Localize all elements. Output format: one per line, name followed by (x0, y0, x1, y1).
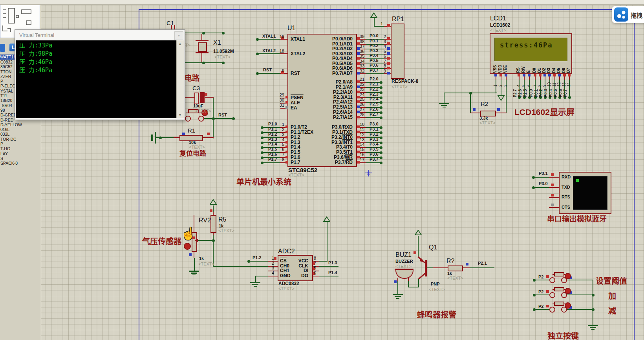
r5-text-placeholder: <TEXT> (218, 228, 234, 233)
pin-state-indicator (285, 96, 288, 98)
sidebar-item[interactable]: LAY (0, 151, 40, 156)
pot-decrease-button[interactable] (184, 243, 191, 250)
rp1-part: RESPACK-8 (392, 78, 418, 84)
junction-dot (380, 151, 382, 154)
u1-ctrl-pin-number: 30 (271, 98, 284, 103)
netdisk-drag-overlay[interactable]: 拖拽 (612, 6, 644, 23)
wire (408, 287, 419, 287)
push-button-1[interactable] (554, 272, 564, 276)
adc2-left-pin-number: 4 (265, 271, 274, 276)
pin-state-indicator (394, 280, 397, 283)
junction-dot (232, 117, 235, 120)
wire (534, 309, 551, 310)
pin-state-indicator (357, 151, 360, 153)
pin-state-indicator (534, 74, 536, 76)
lcd-pin-name: RW (521, 60, 527, 73)
buz1-part: BUZZER (395, 259, 413, 264)
pin-state-indicator (413, 251, 416, 254)
terminal-title[interactable]: Virtual Terminal (15, 30, 185, 40)
push-button-3[interactable] (554, 302, 564, 306)
u1-p2-pin-name: P2.2/A10 (298, 90, 353, 95)
pin-state-indicator (505, 74, 507, 76)
pin-state-indicator (387, 72, 390, 75)
wire (566, 295, 593, 295)
ground-symbol (192, 275, 196, 275)
sidebar-item[interactable]: TOR-DC (0, 137, 40, 142)
pin-lead (470, 113, 480, 113)
scroll-down-icon[interactable]: ▼ (177, 112, 183, 117)
terminal-menu-button[interactable]: ▾ (174, 31, 183, 40)
junction-dot (247, 260, 250, 263)
ground-symbol (395, 296, 401, 297)
rp1-ref: RP1 (392, 16, 404, 23)
crystal-x1-body[interactable] (198, 42, 207, 52)
lcd-pin-name: VEE (503, 60, 509, 73)
adc2-right-pin-number: 7 (314, 261, 316, 266)
junction-dot (380, 136, 382, 139)
net-label-p0: P0.1 (370, 38, 379, 44)
net-label-xtal1: XTAL1 (262, 34, 276, 38)
pin-lead (549, 207, 559, 208)
junction-dot (256, 72, 259, 75)
pin-lead (201, 34, 202, 40)
ground-symbol (441, 105, 447, 106)
power-arrow-icon (210, 199, 217, 205)
toolbar-icon-partial[interactable] (0, 44, 5, 52)
lcd-pin-name: VSS (493, 60, 498, 73)
key3-actuator[interactable] (565, 302, 571, 309)
u1-p0-pin-number: 32 (360, 69, 364, 74)
resistor-rq-body[interactable] (448, 265, 463, 271)
virtual-terminal-window[interactable]: Virtual Terminal ▾ 压 力:33Pa压 力:98Pa压 力:4… (15, 29, 185, 120)
resistor-r5-body[interactable] (210, 215, 216, 233)
buz1-ref: BUZ1 (395, 251, 412, 258)
u1-p3-pin-number: 10 (360, 122, 364, 127)
rp1-text-placeholder: <TEXT> (392, 84, 408, 89)
pin-state-indicator (357, 47, 360, 50)
power-arrow-icon (370, 13, 377, 18)
pin-state-indicator (357, 72, 360, 75)
wire (319, 266, 338, 267)
pin-state-indicator (274, 257, 276, 260)
terminal-scrollbar[interactable]: ▲ ▼ (176, 40, 184, 118)
respack-rp1-body[interactable] (391, 24, 404, 79)
net-label-lcd: P2.7 (513, 81, 518, 97)
sidebar-item[interactable]: D-YELLOW (0, 122, 40, 127)
x1-plate-bottom (196, 52, 209, 53)
junction-dot (380, 131, 382, 134)
netdisk-icon[interactable] (614, 7, 628, 22)
pin-state-indicator (357, 85, 360, 88)
r1-value: 10k (189, 140, 196, 145)
reset-button-terminal-left (185, 116, 191, 122)
wire (418, 236, 419, 257)
rp1-pin-number: 2 (379, 34, 386, 39)
wire (160, 137, 174, 138)
ground-symbol (396, 298, 399, 299)
sidebar-item[interactable]: 032L (0, 132, 40, 136)
rp1-pin-number: 4 (379, 44, 386, 49)
net-label-p0: P0.2 (370, 43, 379, 48)
buz1-text-placeholder: <TEXT> (395, 264, 412, 269)
sidebar-item[interactable]: S (0, 156, 40, 161)
pin-state-indicator (357, 116, 360, 118)
u1-p0-pin-number: 35 (360, 54, 364, 59)
terminal-screen: 压 力:33Pa压 力:98Pa压 力:46Pa压 力:46Pa (16, 40, 176, 118)
ground-symbol (252, 284, 258, 285)
pin-state-indicator (285, 161, 288, 164)
u1-p0-pin-number: 33 (360, 64, 364, 69)
push-button-2[interactable] (554, 287, 564, 291)
sidebar-item[interactable]: T-HG (0, 146, 40, 151)
wire (213, 266, 269, 267)
junction-dot (380, 111, 382, 114)
sidebar-item[interactable]: SPACK-8 (0, 161, 40, 165)
sidebar-item[interactable]: 016L (0, 127, 40, 132)
adc2-right-pin-number: 6 (314, 271, 316, 276)
net-label-p2: P2.2 (370, 87, 379, 92)
sidebar-item[interactable]: P (0, 142, 40, 146)
junction-dot (532, 176, 535, 179)
key2-actuator[interactable] (565, 288, 571, 294)
key1-actuator[interactable] (565, 273, 571, 279)
u1-p0-pin-name: P0.7/AD7 (298, 71, 353, 76)
label-buzzer-alarm: 蜂鸣器报警 (417, 309, 456, 320)
sidebar-item-selected[interactable]: WATT1K (0, 55, 15, 60)
scroll-up-icon[interactable]: ▲ (177, 41, 183, 46)
